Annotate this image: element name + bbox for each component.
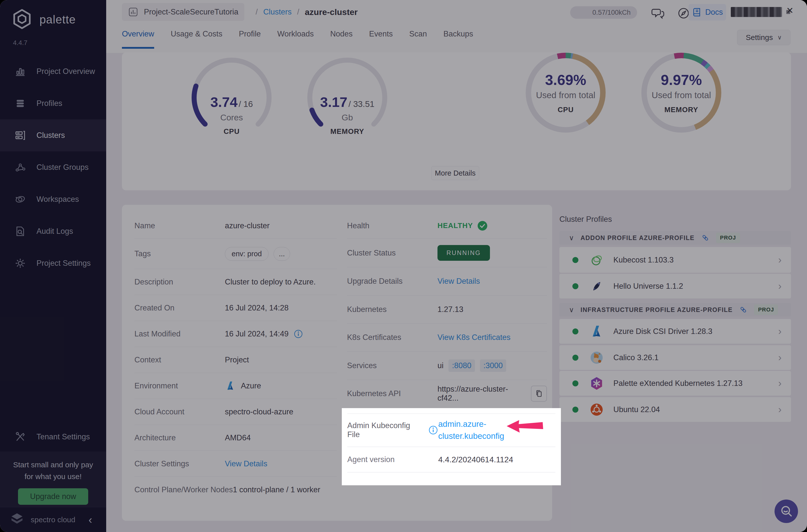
promo-text-line2: for what you use! [0, 471, 106, 482]
kubernetes-version: 1.27.13 [437, 305, 463, 314]
cpu-used-percent: 3.69% [545, 72, 586, 88]
sidebar-item-audit-logs[interactable]: Audit Logs [0, 215, 106, 247]
profile-item-ubuntu[interactable]: Ubuntu 22.04 › [559, 397, 791, 422]
row-health: Health HEALTHY [347, 213, 547, 239]
chevron-down-icon: ∨ [777, 34, 782, 41]
context-value: Project [225, 356, 249, 364]
palette-logo-icon [11, 8, 33, 31]
agent-version-value: 4.4.2/20240614.1124 [438, 455, 513, 464]
sidebar-item-project-settings[interactable]: Project Settings [0, 247, 106, 279]
tags-label: Tags [134, 249, 225, 258]
breadcrumb-clusters-link[interactable]: Clusters [263, 7, 292, 17]
ubuntu-logo-icon [589, 402, 604, 417]
agent-version-label: Agent version [347, 455, 438, 464]
last-modified-value: 16 Jul 2024, 14:49 [225, 329, 288, 338]
cpu-caption: CPU [190, 127, 273, 136]
sidebar-item-clusters[interactable]: Clusters [0, 119, 106, 151]
upgrade-details-link[interactable]: View Details [437, 277, 480, 286]
calico-logo-icon [589, 350, 604, 365]
more-details-button[interactable]: More Details [431, 166, 479, 180]
chevron-right-icon: › [778, 404, 782, 415]
row-name: Name azure-cluster [134, 213, 337, 239]
orbit-icon [15, 194, 26, 205]
metrics-card: 3.74 / 16 Cores CPU 3.17 / 33.51 Gb MEMO… [122, 53, 791, 190]
tab-workloads[interactable]: Workloads [277, 30, 314, 49]
book-icon [692, 7, 702, 17]
service-port-8080-link[interactable]: :8080 [449, 359, 475, 372]
info-icon[interactable] [428, 425, 438, 435]
addon-profile-section-header[interactable]: ∨ ADDON PROFILE AZURE-PROFILE PROJ [559, 231, 791, 245]
cluster-status-label: Cluster Status [347, 248, 437, 258]
sidebar-item-tenant-settings[interactable]: Tenant Settings [0, 421, 106, 453]
description-label: Description [134, 278, 225, 286]
name-value: azure-cluster [225, 221, 269, 230]
copy-icon [535, 390, 543, 398]
username-redacted[interactable] [731, 7, 782, 17]
status-dot [573, 283, 578, 289]
settings-label: Settings [746, 33, 773, 42]
cluster-settings-link[interactable]: View Details [225, 459, 267, 468]
environment-value: Azure [241, 381, 261, 391]
profile-item-calico[interactable]: Calico 3.26.1 › [559, 345, 791, 370]
audit-log-icon [15, 226, 26, 237]
docs-label: Docs [705, 8, 723, 17]
last-modified-label: Last Modified [134, 329, 225, 338]
profile-item-name: Ubuntu 22.04 [613, 405, 660, 414]
tab-scan[interactable]: Scan [409, 30, 427, 49]
sidebar-item-cluster-groups[interactable]: Cluster Groups [0, 151, 106, 183]
tab-usage-costs[interactable]: Usage & Costs [171, 30, 222, 49]
upgrade-promo: Start small and only pay for what you us… [0, 452, 106, 507]
bar-chart-icon [15, 66, 26, 77]
sidebar-item-project-overview[interactable]: Project Overview [0, 55, 106, 88]
tenant-settings-nav: Tenant Settings [0, 421, 106, 453]
breadcrumb-separator: / [297, 7, 299, 17]
tab-nodes[interactable]: Nodes [330, 30, 353, 49]
k8s-certificates-link[interactable]: View K8s Certificates [437, 333, 510, 342]
context-label: Context [134, 356, 225, 364]
compass-icon[interactable] [677, 6, 690, 20]
profile-item-hello-universe[interactable]: Hello Universe 1.1.2 › [559, 274, 791, 299]
profile-item-azure-csi[interactable]: Azure Disk CSI Driver 1.28.3 › [559, 319, 791, 344]
status-dot [573, 406, 578, 413]
cpu-donut-center: 3.69% Used from total CPU [531, 58, 600, 127]
profile-item-kubecost[interactable]: Kubecost 1.103.3 › [559, 247, 791, 273]
upgrade-details-label: Upgrade Details [347, 277, 437, 286]
breadcrumb: / Clusters / azure-cluster [256, 0, 358, 24]
profile-item-pxk[interactable]: Palette eXtended Kubernetes 1.27.13 › [559, 371, 791, 396]
cpu-used: 3.74 [210, 94, 238, 110]
breadcrumb-project[interactable]: Project-ScaleSecureTutoria [122, 3, 244, 21]
top-header: Project-ScaleSecureTutoria / Clusters / … [106, 0, 807, 53]
chat-icon[interactable] [651, 6, 664, 20]
admin-kubeconfig-download-link[interactable]: admin.azure-cluster.kubeconfig [438, 418, 513, 442]
sidebar-item-workspaces[interactable]: Workspaces [0, 183, 106, 215]
addon-profile-title: ADDON PROFILE AZURE-PROFILE [581, 234, 695, 242]
settings-button[interactable]: Settings ∨ [737, 30, 790, 45]
sidebar-nav: Project Overview Profiles Clusters Clust… [0, 55, 106, 279]
cluster-profiles-panel: Cluster Profiles ∨ ADDON PROFILE AZURE-P… [559, 215, 791, 224]
row-created-on: Created On 16 Jul 2024, 14:28 [134, 295, 337, 321]
docs-button[interactable]: Docs [689, 4, 726, 20]
sidebar-item-profiles[interactable]: Profiles [0, 88, 106, 119]
upgrade-now-button[interactable]: Upgrade now [18, 488, 88, 505]
help-search-button[interactable] [774, 499, 798, 523]
copy-button[interactable] [531, 386, 547, 402]
row-cluster-status: Cluster Status RUNNING [347, 239, 547, 267]
cloud-account-label: Cloud Account [134, 407, 225, 416]
tab-backups[interactable]: Backups [444, 30, 473, 49]
infrastructure-profile-section-header[interactable]: ∨ INFRASTRUCTURE PROFILE AZURE-PROFILE P… [559, 303, 791, 317]
row-environment: Environment Azure [134, 373, 337, 399]
cpu-donut-subtitle: Used from total [536, 90, 595, 100]
close-icon[interactable]: × [787, 3, 793, 17]
collapse-sidebar-icon[interactable]: ‹ [89, 514, 92, 526]
tag-more[interactable]: ... [274, 247, 290, 261]
tab-profile[interactable]: Profile [239, 30, 261, 49]
tag-env-prod[interactable]: env: prod [225, 247, 268, 261]
architecture-value: AMD64 [225, 433, 250, 442]
cpu-unit: Cores [190, 113, 273, 122]
tab-events[interactable]: Events [369, 30, 393, 49]
tab-overview[interactable]: Overview [122, 30, 154, 49]
sidebar: palette 4.4.7 Project Overview Profiles … [0, 0, 106, 532]
info-icon[interactable] [294, 329, 303, 339]
sidebar-footer: spectro cloud ‹ [0, 507, 106, 532]
service-port-3000-link[interactable]: :3000 [480, 359, 506, 372]
